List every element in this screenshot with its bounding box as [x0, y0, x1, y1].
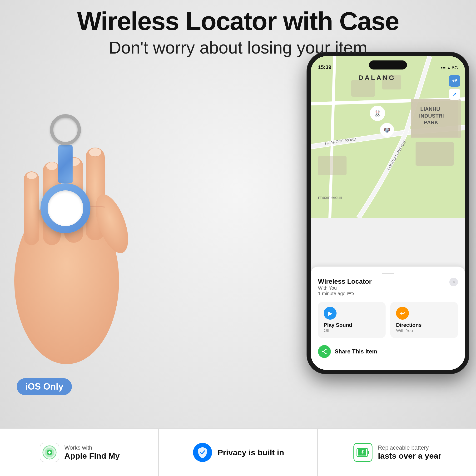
battery-icon: [347, 292, 353, 295]
share-icon: [318, 345, 331, 358]
map-controls: 🗺 ↗: [449, 75, 460, 100]
svg-text:PARK: PARK: [424, 119, 438, 125]
privacy-large-text: Privacy is built in: [218, 448, 284, 458]
map-area: LIANHU INDUSTRI PARK HUARONG ROAD LONGLA…: [311, 56, 465, 218]
directions-label: Directions: [396, 322, 452, 328]
svg-point-38: [48, 451, 51, 454]
play-sound-icon: ▶: [324, 307, 337, 320]
svg-rect-4: [24, 171, 39, 245]
svg-line-33: [324, 352, 325, 353]
svg-text:🐰: 🐰: [374, 110, 381, 117]
svg-rect-14: [351, 80, 375, 97]
map-directions-btn[interactable]: ↗: [449, 88, 460, 100]
feature-badge-battery: Replaceable battery lasts over a year: [318, 429, 476, 476]
battery-feature-icon: [352, 442, 374, 463]
airtag-strap: [58, 145, 73, 183]
phone-body: 15:39 ▪▪▪ ▲ 5G: [307, 52, 469, 374]
airtag-inner: [48, 190, 83, 226]
svg-text:INDUSTRI: INDUSTRI: [419, 113, 444, 119]
ios-badge: iOS Only: [17, 378, 72, 395]
feature-badges: Works with Apple Find My Privacy is buil…: [0, 428, 476, 476]
card-header: Wireless Locator With You 1 minute ago ×: [318, 278, 458, 301]
directions-icon: ↩: [396, 307, 409, 320]
battery-large-text: lasts over a year: [378, 451, 442, 461]
svg-rect-13: [318, 156, 346, 175]
svg-point-7: [89, 148, 102, 157]
shield-icon: [193, 443, 212, 462]
play-sound-sub: Off: [324, 328, 380, 333]
svg-text:DALANG: DALANG: [358, 74, 395, 81]
airtag-visual: [40, 114, 90, 233]
play-sound-label: Play Sound: [324, 322, 380, 328]
info-card: Wireless Locator With You 1 minute ago ×…: [311, 267, 465, 370]
sub-title: Don't worry about losing your item: [0, 38, 476, 57]
phone-mockup: 15:39 ▪▪▪ ▲ 5G: [307, 52, 469, 374]
dynamic-island: [369, 60, 407, 69]
share-this-item-button[interactable]: Share This Item: [318, 343, 458, 360]
svg-line-32: [324, 350, 325, 351]
play-sound-button[interactable]: ▶ Play Sound Off: [318, 302, 386, 338]
feature-badge-privacy: Privacy is built in: [159, 429, 318, 476]
directions-button[interactable]: ↩ Directions With You: [390, 302, 458, 338]
product-area: iOS Only: [0, 67, 200, 424]
svg-point-30: [325, 349, 326, 350]
drag-handle: [382, 273, 394, 274]
title-area: Wireless Locator with Case Don't worry a…: [0, 7, 476, 57]
airtag-body: [40, 183, 90, 233]
card-time: 1 minute ago: [318, 291, 372, 296]
findmy-large-text: Apple Find My: [65, 451, 120, 461]
share-label: Share This Item: [335, 348, 377, 355]
svg-text:LIANHU: LIANHU: [420, 106, 440, 112]
findmy-small-text: Works with: [65, 444, 120, 451]
map-icon-btn[interactable]: 🗺: [449, 75, 460, 87]
svg-rect-12: [416, 142, 454, 166]
svg-text:nhexin'ercun: nhexin'ercun: [318, 195, 342, 200]
battery-text: Replaceable battery lasts over a year: [378, 444, 442, 461]
privacy-icon: [192, 442, 213, 463]
status-time: 15:39: [318, 64, 331, 70]
findmy-text: Works with Apple Find My: [65, 444, 120, 461]
svg-rect-41: [368, 451, 369, 454]
status-icons: ▪▪▪ ▲ 5G: [441, 66, 458, 70]
main-title: Wireless Locator with Case: [0, 7, 476, 35]
keyring: [50, 114, 81, 145]
svg-point-29: [322, 351, 324, 352]
hand-image: [0, 67, 188, 400]
directions-sub: With You: [396, 328, 452, 333]
map-background: LIANHU INDUSTRI PARK HUARONG ROAD LONGLA…: [311, 56, 465, 218]
action-buttons: ▶ Play Sound Off ↩ Directions With You: [318, 302, 458, 338]
findmy-icon: [39, 442, 60, 463]
feature-badge-findmy: Works with Apple Find My: [0, 429, 159, 476]
map-svg: LIANHU INDUSTRI PARK HUARONG ROAD LONGLA…: [311, 56, 465, 218]
close-button[interactable]: ×: [449, 278, 458, 286]
svg-point-9: [26, 172, 37, 179]
svg-point-28: [385, 128, 389, 133]
phone-screen: 15:39 ▪▪▪ ▲ 5G: [311, 56, 465, 370]
battery-small-text: Replaceable battery: [378, 444, 442, 451]
privacy-text: Privacy is built in: [218, 448, 284, 458]
svg-point-31: [325, 353, 326, 354]
battery-icon-wrap: [354, 443, 373, 462]
card-subtitle-with-you: With You: [318, 285, 372, 291]
card-title: Wireless Locator: [318, 278, 372, 285]
